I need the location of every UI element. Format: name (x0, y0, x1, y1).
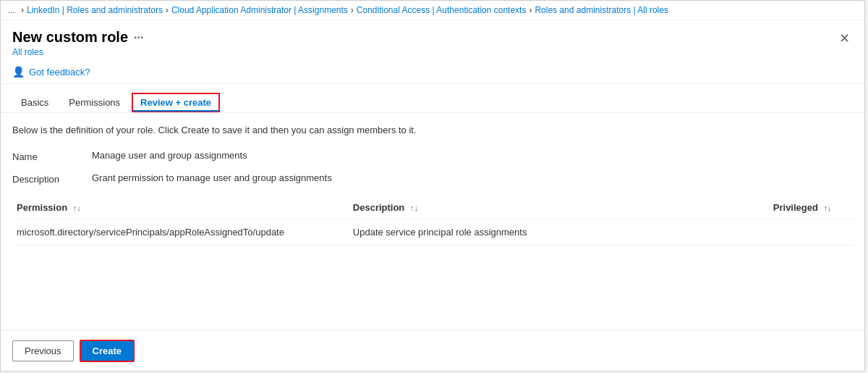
name-field-row: Name Manage user and group assignments (12, 150, 853, 162)
sort-permission-icon[interactable]: ↑↓ (73, 204, 81, 212)
name-value: Manage user and group assignments (92, 150, 247, 161)
tab-permissions[interactable]: Permissions (60, 93, 129, 112)
role-description-text: Below is the definition of your role. Cl… (12, 125, 853, 135)
sort-description-icon[interactable]: ↑↓ (410, 204, 418, 212)
tabs-bar: Basics Permissions Review + create (1, 84, 864, 113)
breadcrumb-item-1[interactable]: Cloud Application Administrator | Assign… (171, 5, 348, 15)
feedback-text: Got feedback? (29, 67, 90, 77)
feedback-icon: 👤 (12, 66, 25, 77)
table-header-row: Permission ↑↓ Description ↑↓ Privileged … (12, 196, 853, 219)
breadcrumb-item-2[interactable]: Conditional Access | Authentication cont… (357, 5, 527, 15)
header-left: New custom role ··· All roles (12, 29, 143, 57)
close-button[interactable]: ✕ (836, 29, 853, 48)
breadcrumb-sep-3: › (529, 5, 532, 15)
description-value: Grant permission to manage user and grou… (92, 172, 332, 183)
all-roles-link[interactable]: All roles (12, 47, 143, 57)
feedback-bar[interactable]: 👤 Got feedback? (1, 60, 864, 84)
breadcrumb-item-0[interactable]: LinkedIn | Roles and administrators (27, 5, 163, 15)
cell-privileged (769, 219, 853, 246)
breadcrumb-dots[interactable]: ... (8, 5, 15, 15)
name-label: Name (12, 150, 92, 162)
tab-basics[interactable]: Basics (12, 93, 57, 112)
breadcrumb-sep-1: › (166, 5, 169, 15)
breadcrumb: ... › LinkedIn | Roles and administrator… (1, 1, 864, 20)
description-field-row: Description Grant permission to manage u… (12, 172, 853, 185)
permissions-table-section: Permission ↑↓ Description ↑↓ Privileged … (12, 196, 853, 246)
col-header-permission: Permission ↑↓ (12, 196, 349, 219)
description-label: Description (12, 172, 92, 185)
page-title: New custom role (12, 29, 128, 46)
permissions-table: Permission ↑↓ Description ↑↓ Privileged … (12, 196, 853, 246)
col-header-privileged: Privileged ↑↓ (769, 196, 853, 219)
previous-button[interactable]: Previous (12, 340, 74, 361)
header: New custom role ··· All roles ✕ (1, 20, 864, 60)
table-row: microsoft.directory/servicePrincipals/ap… (12, 219, 853, 246)
footer: Previous Create (1, 330, 864, 371)
cell-description: Update service principal role assignment… (349, 219, 769, 246)
cell-permission: microsoft.directory/servicePrincipals/ap… (12, 219, 349, 246)
tab-review-create[interactable]: Review + create (132, 93, 220, 112)
main-window: ... › LinkedIn | Roles and administrator… (0, 0, 865, 372)
breadcrumb-sep-2: › (351, 5, 354, 15)
sort-privileged-icon[interactable]: ↑↓ (824, 204, 832, 212)
main-content: Below is the definition of your role. Cl… (1, 113, 864, 330)
create-button[interactable]: Create (80, 340, 135, 362)
page-title-row: New custom role ··· (12, 29, 143, 46)
col-header-description: Description ↑↓ (349, 196, 769, 219)
breadcrumb-item-3[interactable]: Roles and administrators | All roles (535, 5, 668, 15)
breadcrumb-sep-0: › (21, 5, 24, 15)
more-options-icon[interactable]: ··· (134, 31, 143, 44)
